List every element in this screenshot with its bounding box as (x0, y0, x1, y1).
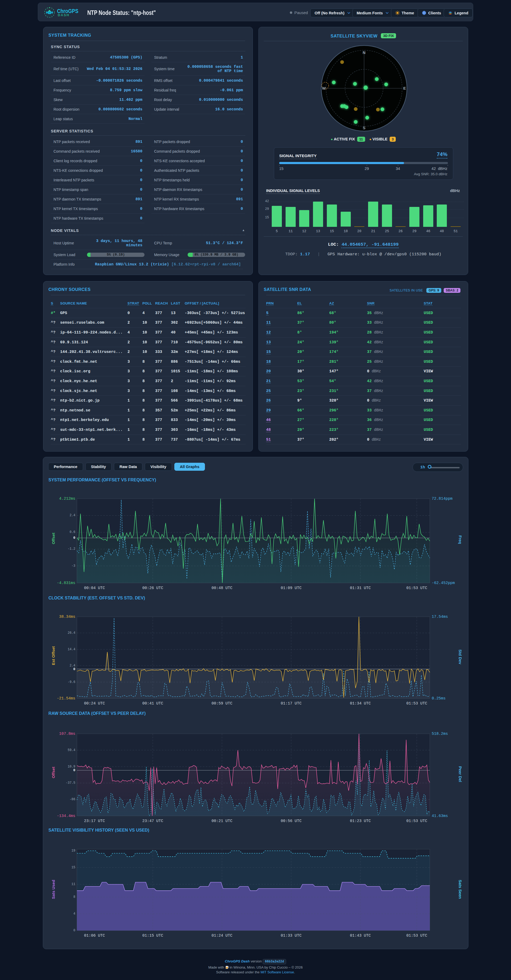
svg-text:W: W (322, 86, 326, 91)
svg-text:N: N (363, 50, 366, 55)
svg-text:E: E (403, 86, 406, 91)
svg-text:S: S (363, 126, 366, 130)
